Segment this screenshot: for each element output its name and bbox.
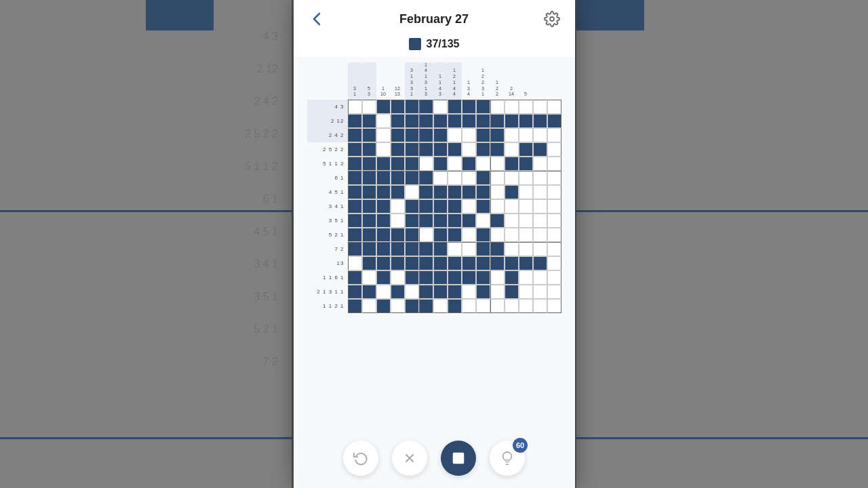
cell-9-9[interactable]: [476, 228, 490, 242]
cell-6-0[interactable]: [348, 185, 362, 199]
cell-7-12[interactable]: [519, 199, 533, 214]
cell-6-8[interactable]: [462, 185, 476, 199]
cell-7-14[interactable]: [547, 199, 561, 214]
cell-0-4[interactable]: [405, 100, 419, 114]
cell-4-4[interactable]: [405, 157, 419, 171]
cell-13-8[interactable]: [462, 285, 476, 299]
cell-14-3[interactable]: [391, 299, 405, 313]
cell-13-14[interactable]: [547, 285, 561, 299]
cell-4-1[interactable]: [362, 157, 376, 171]
cell-12-5[interactable]: [419, 270, 433, 285]
cell-4-12[interactable]: [519, 157, 533, 171]
cell-0-2[interactable]: [376, 100, 391, 114]
cell-7-9[interactable]: [476, 199, 490, 214]
cell-12-10[interactable]: [490, 270, 505, 285]
cell-7-6[interactable]: [433, 199, 448, 214]
cell-0-6[interactable]: [433, 100, 448, 114]
cell-3-0[interactable]: [348, 142, 362, 157]
cell-9-6[interactable]: [433, 228, 448, 242]
cell-3-6[interactable]: [433, 142, 448, 157]
cell-11-3[interactable]: [391, 256, 405, 270]
cell-5-14[interactable]: [547, 171, 561, 185]
cell-2-7[interactable]: [448, 128, 462, 142]
cell-14-11[interactable]: [505, 299, 519, 313]
cell-9-2[interactable]: [376, 228, 391, 242]
cell-1-5[interactable]: [419, 114, 433, 128]
cell-5-10[interactable]: [490, 171, 505, 185]
cell-1-6[interactable]: [433, 114, 448, 128]
cell-4-2[interactable]: [376, 157, 391, 171]
cell-13-9[interactable]: [476, 285, 490, 299]
cell-7-13[interactable]: [533, 199, 547, 214]
cell-7-3[interactable]: [391, 199, 405, 214]
cell-3-5[interactable]: [419, 142, 433, 157]
cell-0-8[interactable]: [462, 100, 476, 114]
cell-4-14[interactable]: [547, 157, 561, 171]
cell-12-13[interactable]: [533, 270, 547, 285]
cell-5-1[interactable]: [362, 171, 376, 185]
cell-13-0[interactable]: [348, 285, 362, 299]
cell-8-0[interactable]: [348, 214, 362, 228]
cell-6-2[interactable]: [376, 185, 391, 199]
cell-0-12[interactable]: [519, 100, 533, 114]
cell-3-7[interactable]: [448, 142, 462, 157]
cell-2-6[interactable]: [433, 128, 448, 142]
cell-13-4[interactable]: [405, 285, 419, 299]
settings-button[interactable]: [541, 8, 563, 30]
cell-8-11[interactable]: [505, 214, 519, 228]
cell-2-10[interactable]: [490, 128, 505, 142]
cell-8-2[interactable]: [376, 214, 391, 228]
cell-12-1[interactable]: [362, 270, 376, 285]
cell-5-5[interactable]: [419, 171, 433, 185]
cell-0-0[interactable]: [348, 100, 362, 114]
cell-1-9[interactable]: [476, 114, 490, 128]
cell-3-14[interactable]: [547, 142, 561, 157]
cell-1-2[interactable]: [376, 114, 391, 128]
cell-7-4[interactable]: [405, 199, 419, 214]
cell-10-6[interactable]: [433, 242, 448, 256]
cell-13-5[interactable]: [419, 285, 433, 299]
cell-1-12[interactable]: [519, 114, 533, 128]
cell-7-5[interactable]: [419, 199, 433, 214]
cell-8-10[interactable]: [490, 214, 505, 228]
cell-1-11[interactable]: [505, 114, 519, 128]
cell-12-9[interactable]: [476, 270, 490, 285]
cell-6-13[interactable]: [533, 185, 547, 199]
cell-3-3[interactable]: [391, 142, 405, 157]
cell-2-4[interactable]: [405, 128, 419, 142]
cell-7-1[interactable]: [362, 199, 376, 214]
cell-2-13[interactable]: [533, 128, 547, 142]
cell-9-11[interactable]: [505, 228, 519, 242]
cell-9-5[interactable]: [419, 228, 433, 242]
cell-2-5[interactable]: [419, 128, 433, 142]
cell-4-8[interactable]: [462, 157, 476, 171]
cell-10-2[interactable]: [376, 242, 391, 256]
cell-14-10[interactable]: [490, 299, 505, 313]
cell-0-7[interactable]: [448, 100, 462, 114]
cell-3-13[interactable]: [533, 142, 547, 157]
cell-1-14[interactable]: [547, 114, 561, 128]
cell-3-4[interactable]: [405, 142, 419, 157]
cell-9-1[interactable]: [362, 228, 376, 242]
cell-6-11[interactable]: [505, 185, 519, 199]
cell-14-14[interactable]: [547, 299, 561, 313]
cell-1-0[interactable]: [348, 114, 362, 128]
cell-3-10[interactable]: [490, 142, 505, 157]
cell-12-4[interactable]: [405, 270, 419, 285]
cell-5-9[interactable]: [476, 171, 490, 185]
cell-6-12[interactable]: [519, 185, 533, 199]
cell-12-7[interactable]: [448, 270, 462, 285]
cell-1-1[interactable]: [362, 114, 376, 128]
cell-6-3[interactable]: [391, 185, 405, 199]
cell-9-12[interactable]: [519, 228, 533, 242]
cell-11-5[interactable]: [419, 256, 433, 270]
cell-5-11[interactable]: [505, 171, 519, 185]
cell-12-6[interactable]: [433, 270, 448, 285]
cell-5-13[interactable]: [533, 171, 547, 185]
cell-9-10[interactable]: [490, 228, 505, 242]
cell-3-1[interactable]: [362, 142, 376, 157]
cell-11-14[interactable]: [547, 256, 561, 270]
cell-2-8[interactable]: [462, 128, 476, 142]
cell-8-9[interactable]: [476, 214, 490, 228]
cell-6-7[interactable]: [448, 185, 462, 199]
